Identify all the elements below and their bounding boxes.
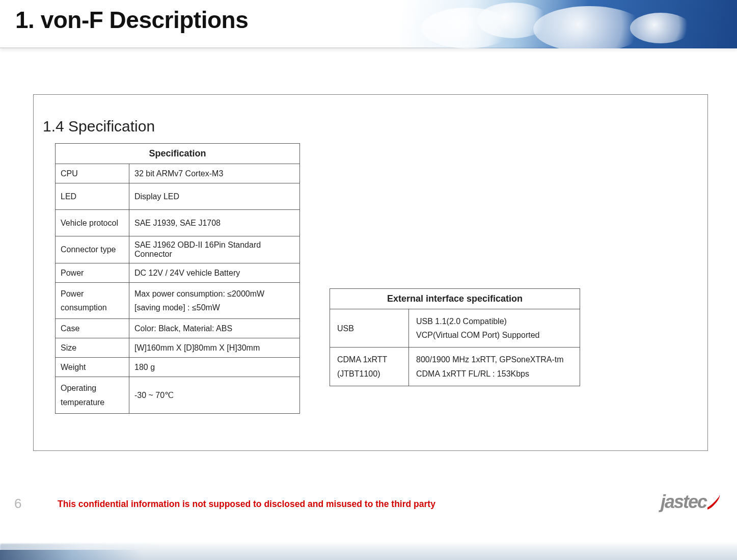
logo-text: jastec (661, 491, 706, 513)
ext-value: USB 1.1(2.0 Compatible) VCP(Virtual COM … (409, 309, 580, 348)
spec-label: Power (56, 263, 129, 283)
table-row: CPU 32 bit ARMv7 Cortex-M3 (56, 164, 300, 183)
spec-value: -30 ~ 70℃ (129, 377, 300, 413)
confidential-notice: This confidential information is not sup… (58, 499, 435, 510)
table-row: CDMA 1xRTT (JTBT1100) 800/1900 MHz 1xRTT… (330, 348, 580, 386)
external-interface-table: External interface specification USB USB… (330, 288, 580, 386)
spec-value: 32 bit ARMv7 Cortex-M3 (129, 164, 300, 183)
table-row: Operating temperature -30 ~ 70℃ (56, 377, 300, 413)
slide-footer: 6 This confidential information is not s… (0, 499, 737, 560)
spec-value: [W]160mm X [D]80mm X [H]30mm (129, 338, 300, 358)
spec-table-header: Specification (56, 144, 300, 164)
table-row: Size [W]160mm X [D]80mm X [H]30mm (56, 338, 300, 358)
ext-value: 800/1900 MHz 1xRTT, GPSoneXTRA-tm CDMA 1… (409, 348, 580, 386)
table-row: Weight 180 g (56, 358, 300, 377)
spec-value: SAE J1962 OBD-II 16Pin Standard Connecto… (129, 236, 300, 263)
ext-label: CDMA 1xRTT (JTBT1100) (330, 348, 409, 386)
spec-label: Operating temperature (56, 377, 129, 413)
spec-label: LED (56, 183, 129, 210)
spec-label: Weight (56, 358, 129, 377)
ext-value-line: CDMA 1xRTT FL/RL : 153Kbps (416, 367, 572, 381)
table-row: Power consumption Max power consumption:… (56, 283, 300, 319)
content-frame: 1.4 Specification Specification CPU 32 b… (33, 94, 708, 451)
ext-label: USB (330, 309, 409, 348)
footer-edge-decoration (0, 544, 163, 550)
spec-value: SAE J1939, SAE J1708 (129, 210, 300, 236)
slide-header: 1. von-F Descriptions (0, 0, 737, 48)
table-row: Vehicle protocol SAE J1939, SAE J1708 (56, 210, 300, 236)
table-row: Power DC 12V / 24V vehicle Battery (56, 263, 300, 283)
spec-value: Color: Black, Material: ABS (129, 319, 300, 338)
spec-label: Connector type (56, 236, 129, 263)
spec-value-line: Max power consumption: ≤2000mW (134, 287, 294, 301)
logo-swoosh-icon (706, 493, 721, 511)
table-row: LED Display LED (56, 183, 300, 210)
spec-label: Vehicle protocol (56, 210, 129, 236)
table-row: USB USB 1.1(2.0 Compatible) VCP(Virtual … (330, 309, 580, 348)
section-title: 1.4 Specification (43, 118, 155, 135)
ext-label-line: (JTBT1100) (337, 367, 401, 381)
spec-value-line: [saving mode] : ≤50mW (134, 301, 294, 314)
spec-value: 180 g (129, 358, 300, 377)
jastec-logo: jastec (661, 491, 721, 513)
ext-value-line: USB 1.1(2.0 Compatible) (416, 314, 572, 328)
spec-label: Size (56, 338, 129, 358)
spec-label: CPU (56, 164, 129, 183)
spec-value: Max power consumption: ≤2000mW [saving m… (129, 283, 300, 319)
spec-value: DC 12V / 24V vehicle Battery (129, 263, 300, 283)
spec-value: Display LED (129, 183, 300, 210)
ext-value-line: VCP(Virtual COM Port) Supported (416, 328, 572, 342)
ext-label-line: CDMA 1xRTT (337, 353, 401, 366)
table-row: Case Color: Black, Material: ABS (56, 319, 300, 338)
header-sky-decoration (401, 0, 737, 48)
ext-value-line: 800/1900 MHz 1xRTT, GPSoneXTRA-tm (416, 353, 572, 366)
spec-label: Power consumption (56, 283, 129, 319)
specification-table: Specification CPU 32 bit ARMv7 Cortex-M3… (55, 143, 300, 414)
ext-table-header: External interface specification (330, 289, 580, 309)
page-number: 6 (14, 496, 21, 512)
table-row: Connector type SAE J1962 OBD-II 16Pin St… (56, 236, 300, 263)
page-title: 1. von-F Descriptions (15, 6, 248, 34)
footer-edge-decoration (0, 550, 143, 560)
spec-label: Case (56, 319, 129, 338)
